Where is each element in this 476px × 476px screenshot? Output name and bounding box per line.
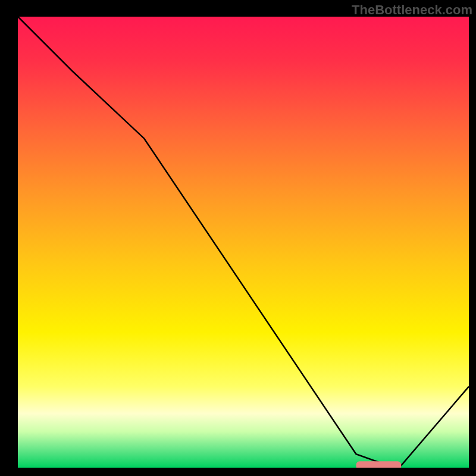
bottom-axis-border xyxy=(0,468,476,476)
left-axis-border xyxy=(0,0,18,476)
watermark-text: TheBottleneck.com xyxy=(352,2,472,18)
chart-svg xyxy=(0,0,476,476)
chart-container: TheBottleneck.com xyxy=(0,0,476,476)
